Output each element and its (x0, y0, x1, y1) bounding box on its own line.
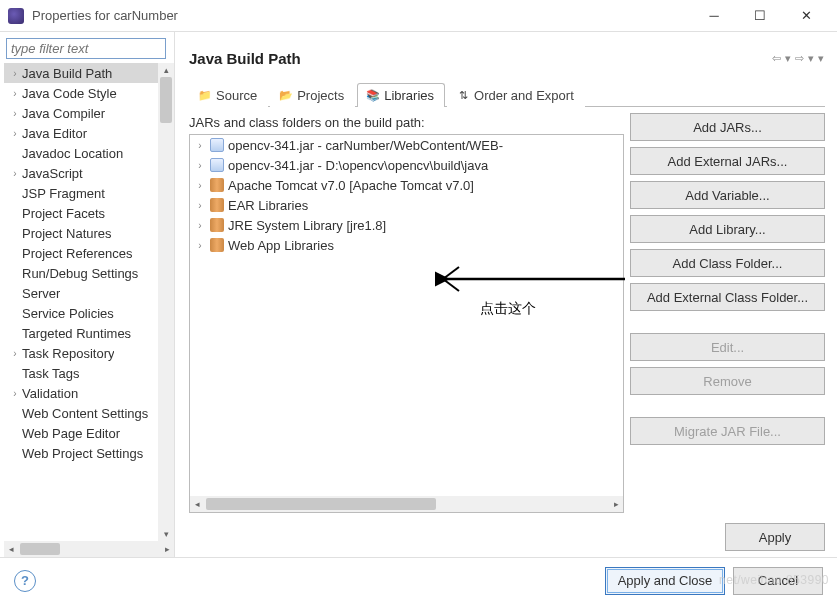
sidebar-item-task-repository[interactable]: ›Task Repository (4, 343, 158, 363)
filter-input[interactable] (6, 38, 166, 59)
sidebar-item-validation[interactable]: ›Validation (4, 383, 158, 403)
sidebar-item-label: Server (22, 286, 60, 301)
sidebar-item-web-project-settings[interactable]: Web Project Settings (4, 443, 158, 463)
sidebar-item-service-policies[interactable]: Service Policies (4, 303, 158, 323)
close-button[interactable]: ✕ (783, 1, 829, 31)
page-title: Java Build Path (189, 50, 301, 67)
expander-icon[interactable]: › (8, 68, 22, 79)
library-item[interactable]: ›opencv-341.jar - carNumber/WebContent/W… (190, 135, 623, 155)
add-variable-button[interactable]: Add Variable... (630, 181, 825, 209)
library-item-label: opencv-341.jar - D:\opencv\opencv\build\… (228, 158, 488, 173)
scroll-right-icon[interactable]: ▸ (160, 544, 174, 554)
category-tree[interactable]: ›Java Build Path›Java Code Style›Java Co… (4, 63, 158, 541)
scroll-right-icon[interactable]: ▸ (609, 499, 623, 509)
expander-icon[interactable]: › (194, 140, 206, 151)
library-item[interactable]: ›EAR Libraries (190, 195, 623, 215)
sidebar-item-java-compiler[interactable]: ›Java Compiler (4, 103, 158, 123)
sidebar-item-server[interactable]: Server (4, 283, 158, 303)
expander-icon[interactable]: › (194, 160, 206, 171)
content-pane: Java Build Path ⇦▾ ⇨▾ ▾ 📁Source📂Projects… (175, 32, 837, 557)
sidebar-item-task-tags[interactable]: Task Tags (4, 363, 158, 383)
expander-icon[interactable]: › (8, 128, 22, 139)
view-menu-icon[interactable]: ▾ (817, 52, 825, 65)
library-item[interactable]: ›Web App Libraries (190, 235, 623, 255)
sidebar-item-label: Java Code Style (22, 86, 117, 101)
apply-and-close-button[interactable]: Apply and Close (605, 567, 725, 595)
sidebar-item-web-content-settings[interactable]: Web Content Settings (4, 403, 158, 423)
library-item[interactable]: ›Apache Tomcat v7.0 [Apache Tomcat v7.0] (190, 175, 623, 195)
sidebar-item-run-debug-settings[interactable]: Run/Debug Settings (4, 263, 158, 283)
expander-icon[interactable]: › (8, 348, 22, 359)
eclipse-icon (8, 8, 24, 24)
libraries-hscroll[interactable]: ◂ ▸ (190, 496, 623, 512)
projects-icon: 📂 (279, 89, 293, 103)
tab-label: Libraries (384, 88, 434, 103)
tab-label: Order and Export (474, 88, 574, 103)
library-item[interactable]: ›opencv-341.jar - D:\opencv\opencv\build… (190, 155, 623, 175)
source-icon: 📁 (198, 89, 212, 103)
libraries-icon: 📚 (366, 89, 380, 103)
sidebar-item-label: Project References (22, 246, 133, 261)
back-icon[interactable]: ⇦ (771, 52, 782, 65)
expander-icon[interactable]: › (8, 88, 22, 99)
library-icon (210, 238, 224, 252)
library-buttons: Add JARs... Add External JARs... Add Var… (630, 113, 825, 513)
expander-icon[interactable]: › (194, 180, 206, 191)
tab-source[interactable]: 📁Source (189, 83, 268, 107)
sidebar-item-project-references[interactable]: Project References (4, 243, 158, 263)
sidebar-item-label: Task Repository (22, 346, 114, 361)
sidebar-item-javadoc-location[interactable]: Javadoc Location (4, 143, 158, 163)
sidebar-item-label: Task Tags (22, 366, 80, 381)
scroll-thumb[interactable] (20, 543, 60, 555)
library-item-label: Web App Libraries (228, 238, 334, 253)
sidebar-item-label: Project Facets (22, 206, 105, 221)
expander-icon[interactable]: › (194, 220, 206, 231)
sidebar-item-label: Java Editor (22, 126, 87, 141)
tab-libraries[interactable]: 📚Libraries (357, 83, 445, 107)
sidebar-item-javascript[interactable]: ›JavaScript (4, 163, 158, 183)
scroll-down-icon[interactable]: ▾ (158, 527, 174, 541)
sidebar-vscroll[interactable]: ▴ ▾ (158, 63, 174, 541)
forward-icon[interactable]: ⇨ (794, 52, 805, 65)
add-library-button[interactable]: Add Library... (630, 215, 825, 243)
sidebar-item-label: JavaScript (22, 166, 83, 181)
maximize-button[interactable]: ☐ (737, 1, 783, 31)
sidebar-hscroll[interactable]: ◂ ▸ (4, 541, 174, 557)
sidebar-item-project-natures[interactable]: Project Natures (4, 223, 158, 243)
sidebar-item-targeted-runtimes[interactable]: Targeted Runtimes (4, 323, 158, 343)
libraries-tree[interactable]: ›opencv-341.jar - carNumber/WebContent/W… (189, 134, 624, 513)
help-icon[interactable]: ? (14, 570, 36, 592)
scroll-thumb[interactable] (160, 77, 172, 123)
scroll-thumb[interactable] (206, 498, 436, 510)
sidebar-item-java-build-path[interactable]: ›Java Build Path (4, 63, 158, 83)
expander-icon[interactable]: › (8, 388, 22, 399)
sidebar-item-web-page-editor[interactable]: Web Page Editor (4, 423, 158, 443)
library-item[interactable]: ›JRE System Library [jre1.8] (190, 215, 623, 235)
sidebar-item-jsp-fragment[interactable]: JSP Fragment (4, 183, 158, 203)
expander-icon[interactable]: › (194, 200, 206, 211)
tab-order-and-export[interactable]: ⇅Order and Export (447, 83, 585, 107)
add-jars-button[interactable]: Add JARs... (630, 113, 825, 141)
back-menu-icon[interactable]: ▾ (784, 52, 792, 65)
migrate-jar-button: Migrate JAR File... (630, 417, 825, 445)
scroll-up-icon[interactable]: ▴ (158, 63, 174, 77)
window-title: Properties for carNumber (32, 8, 691, 23)
forward-menu-icon[interactable]: ▾ (807, 52, 815, 65)
add-external-class-folder-button[interactable]: Add External Class Folder... (630, 283, 825, 311)
edit-button: Edit... (630, 333, 825, 361)
sidebar-item-java-code-style[interactable]: ›Java Code Style (4, 83, 158, 103)
expander-icon[interactable]: › (194, 240, 206, 251)
expander-icon[interactable]: › (8, 168, 22, 179)
expander-icon[interactable]: › (8, 108, 22, 119)
scroll-left-icon[interactable]: ◂ (190, 499, 204, 509)
scroll-left-icon[interactable]: ◂ (4, 544, 18, 554)
minimize-button[interactable]: ─ (691, 1, 737, 31)
tab-projects[interactable]: 📂Projects (270, 83, 355, 107)
apply-button[interactable]: Apply (725, 523, 825, 551)
sidebar-item-java-editor[interactable]: ›Java Editor (4, 123, 158, 143)
add-external-jars-button[interactable]: Add External JARs... (630, 147, 825, 175)
cancel-button[interactable]: Cancel (733, 567, 823, 595)
add-class-folder-button[interactable]: Add Class Folder... (630, 249, 825, 277)
sidebar-item-project-facets[interactable]: Project Facets (4, 203, 158, 223)
sidebar-item-label: Validation (22, 386, 78, 401)
